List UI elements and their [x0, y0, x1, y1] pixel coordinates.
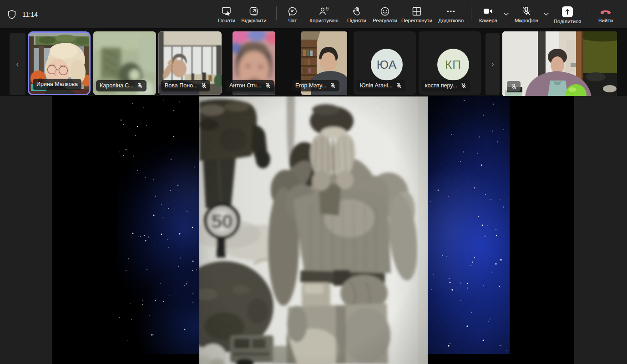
svg-text:9: 9 — [326, 6, 329, 11]
